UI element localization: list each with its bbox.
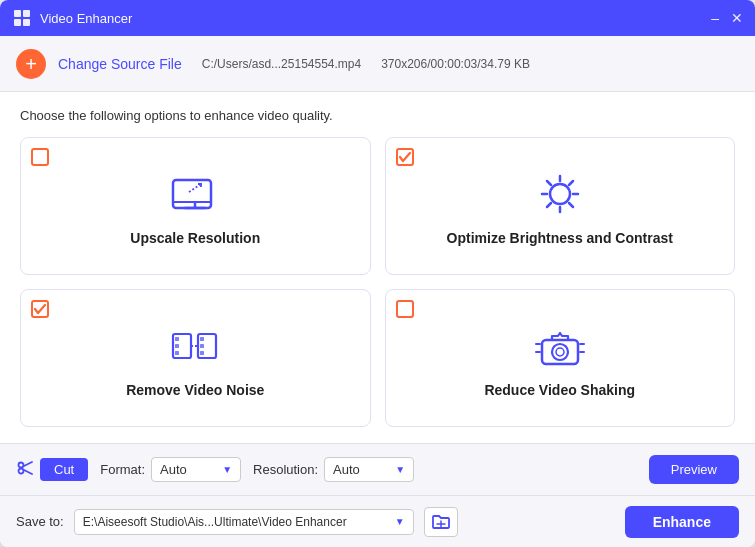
svg-rect-0 — [14, 10, 21, 17]
svg-line-16 — [547, 181, 551, 185]
shake-icon — [530, 322, 590, 372]
resolution-dropdown-arrow: ▼ — [395, 464, 405, 475]
format-label: Format: — [100, 462, 145, 477]
option-brightness[interactable]: Optimize Brightness and Contrast — [385, 137, 736, 275]
svg-rect-2 — [14, 19, 21, 26]
resolution-value: Auto — [333, 462, 360, 477]
resolution-section: Resolution: Auto ▼ — [253, 457, 414, 482]
file-metadata: 370x206/00:00:03/34.79 KB — [381, 57, 530, 71]
enhance-button[interactable]: Enhance — [625, 506, 739, 538]
resolution-dropdown[interactable]: Auto ▼ — [324, 457, 414, 482]
svg-point-33 — [556, 348, 564, 356]
noise-icon — [165, 322, 225, 372]
svg-line-19 — [547, 203, 551, 207]
shake-checkbox[interactable] — [396, 300, 414, 318]
option-noise[interactable]: Remove Video Noise — [20, 289, 371, 427]
title-bar: Video Enhancer – ✕ — [0, 0, 755, 36]
svg-rect-5 — [173, 180, 211, 208]
open-folder-button[interactable] — [424, 507, 458, 537]
svg-line-17 — [569, 203, 573, 207]
resolution-label: Resolution: — [253, 462, 318, 477]
options-grid: Upscale Resolution — [20, 137, 735, 427]
svg-line-41 — [23, 469, 32, 474]
main-content: Choose the following options to enhance … — [0, 92, 755, 443]
noise-label: Remove Video Noise — [126, 382, 264, 398]
brightness-icon — [530, 170, 590, 220]
svg-line-9 — [189, 184, 201, 192]
window-controls: – ✕ — [711, 10, 743, 26]
preview-button[interactable]: Preview — [649, 455, 739, 484]
save-to-label: Save to: — [16, 514, 64, 529]
bottom-toolbar: Cut Format: Auto ▼ Resolution: Auto ▼ Pr… — [0, 443, 755, 495]
svg-rect-1 — [23, 10, 30, 17]
main-window: Video Enhancer – ✕ + Change Source File … — [0, 0, 755, 547]
svg-rect-22 — [175, 337, 179, 341]
option-upscale[interactable]: Upscale Resolution — [20, 137, 371, 275]
source-bar: + Change Source File C:/Users/asd...2515… — [0, 36, 755, 92]
close-button[interactable]: ✕ — [731, 10, 743, 26]
scissors-icon — [16, 459, 34, 481]
save-path-dropdown[interactable]: E:\Aiseesoft Studio\Ais...Ultimate\Video… — [74, 509, 414, 535]
format-dropdown[interactable]: Auto ▼ — [151, 457, 241, 482]
svg-line-18 — [569, 181, 573, 185]
file-path: C:/Users/asd...25154554.mp4 — [202, 57, 361, 71]
format-dropdown-arrow: ▼ — [222, 464, 232, 475]
svg-rect-4 — [32, 149, 48, 165]
brightness-checkbox[interactable] — [396, 148, 414, 166]
noise-checkbox[interactable] — [31, 300, 49, 318]
svg-rect-26 — [200, 337, 204, 341]
minimize-button[interactable]: – — [711, 10, 719, 26]
upscale-icon — [165, 170, 225, 220]
svg-line-40 — [23, 462, 32, 467]
save-path-text: E:\Aiseesoft Studio\Ais...Ultimate\Video… — [83, 515, 391, 529]
svg-point-32 — [552, 344, 568, 360]
svg-rect-28 — [200, 351, 204, 355]
save-path-arrow: ▼ — [395, 516, 405, 527]
add-source-button[interactable]: + — [16, 49, 46, 79]
svg-rect-24 — [175, 351, 179, 355]
format-value: Auto — [160, 462, 187, 477]
cut-button[interactable]: Cut — [40, 458, 88, 481]
svg-rect-27 — [200, 344, 204, 348]
option-shake[interactable]: Reduce Video Shaking — [385, 289, 736, 427]
app-icon — [12, 8, 32, 28]
window-title: Video Enhancer — [40, 11, 711, 26]
format-section: Format: Auto ▼ — [100, 457, 241, 482]
svg-rect-30 — [397, 301, 413, 317]
cut-section: Cut — [16, 458, 88, 481]
upscale-checkbox[interactable] — [31, 148, 49, 166]
svg-point-11 — [550, 184, 570, 204]
svg-rect-3 — [23, 19, 30, 26]
shake-label: Reduce Video Shaking — [484, 382, 635, 398]
main-subtitle: Choose the following options to enhance … — [20, 108, 735, 123]
svg-rect-23 — [175, 344, 179, 348]
change-source-button[interactable]: Change Source File — [58, 56, 182, 72]
save-bar: Save to: E:\Aiseesoft Studio\Ais...Ultim… — [0, 495, 755, 547]
brightness-label: Optimize Brightness and Contrast — [447, 230, 673, 246]
upscale-label: Upscale Resolution — [130, 230, 260, 246]
